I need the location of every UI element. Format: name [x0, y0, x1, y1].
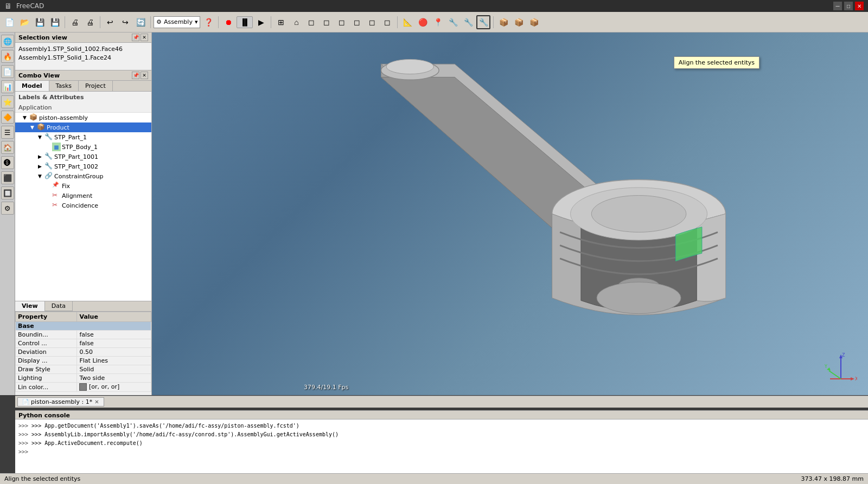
viewport-svg — [152, 33, 868, 395]
stp-part-1002-icon: 🔧 — [44, 162, 53, 171]
sidebar-icon-9[interactable]: 🅢 — [1, 156, 14, 169]
assembly-tool2[interactable]: 📦 — [512, 15, 526, 29]
minimize-button[interactable]: ─ — [833, 2, 842, 10]
tab-view[interactable]: View — [15, 301, 45, 311]
tree-arrow-product[interactable]: ▼ — [30, 125, 37, 130]
new-button[interactable]: 📄 — [2, 15, 16, 29]
prop-val-line-color[interactable]: [or, or, or] — [77, 383, 151, 392]
sidebar-icon-11[interactable]: 🔲 — [1, 186, 14, 199]
view-data-tabs: View Data — [15, 301, 151, 311]
view-home-button[interactable]: ⌂ — [289, 15, 303, 29]
tree-item-coincidence[interactable]: ▼ ✂ Coincidence — [15, 201, 151, 210]
tab-data[interactable]: Data — [45, 301, 73, 311]
tool3-button[interactable]: 🔧 — [446, 15, 460, 29]
prop-val-bounding[interactable]: false — [77, 331, 151, 339]
tree-item-stp-part-1[interactable]: ▼ 🔧 STP_Part_1 — [15, 132, 151, 142]
tool2-button[interactable]: 📍 — [431, 15, 445, 29]
prop-row-draw-style[interactable]: Draw Style Solid — [16, 365, 151, 374]
piston-3d — [381, 59, 725, 315]
tree-item-stp-body-1[interactable]: ▼ ■ STP_Body_1 — [15, 142, 151, 152]
prop-val-control[interactable]: false — [77, 339, 151, 348]
tool4-button[interactable]: 🔧 — [461, 15, 475, 29]
sidebar-icon-4[interactable]: 📊 — [1, 80, 14, 93]
record-button[interactable]: ⏺ — [221, 15, 235, 29]
file-tree: ▼ 📦 piston-assembly ▼ 📦 Product — [15, 112, 151, 301]
maximize-button[interactable]: □ — [844, 2, 853, 10]
tree-arrow-stp-part-1[interactable]: ▼ — [38, 134, 44, 140]
tree-item-fix[interactable]: ▼ 📌 Fix — [15, 181, 151, 191]
view-front-button[interactable]: ◻ — [304, 15, 318, 29]
tree-item-constraint-group[interactable]: ▼ 🔗 ConstraintGroup — [15, 171, 151, 181]
selection-pin-button[interactable]: 📌 — [132, 34, 139, 41]
doc-tab-close[interactable]: ✕ — [94, 399, 99, 405]
sidebar-icon-6[interactable]: 🔶 — [1, 111, 14, 124]
viewport[interactable]: Align the selected entitys 379.4/19.1 Fp… — [152, 33, 868, 395]
prop-val-display[interactable]: Flat Lines — [77, 357, 151, 365]
tab-model[interactable]: Model — [15, 81, 49, 91]
prop-val-lighting[interactable]: Two side — [77, 374, 151, 383]
selection-close-button[interactable]: ✕ — [141, 34, 148, 41]
tab-project[interactable]: Project — [79, 81, 113, 91]
undo-button[interactable]: ↩ — [103, 15, 117, 29]
stop-button[interactable]: ▐▌ — [237, 16, 253, 28]
combo-close-button[interactable]: ✕ — [141, 72, 148, 79]
python-console[interactable]: >>> >>> App.getDocument('Assembly1').sav… — [15, 419, 868, 473]
sidebar-icon-2[interactable]: 🔥 — [1, 50, 14, 63]
doc-tab-piston[interactable]: 📄 piston-assembly : 1* ✕ — [17, 397, 104, 406]
separator-4 — [218, 16, 219, 28]
sidebar-icon-1[interactable]: 🌐 — [1, 35, 14, 48]
tool1-button[interactable]: 🔴 — [416, 15, 430, 29]
saveas-button[interactable]: 💾 — [48, 15, 62, 29]
tree-arrow-constraint-group[interactable]: ▼ — [38, 173, 44, 179]
prop-row-display[interactable]: Display ... Flat Lines — [16, 357, 151, 365]
sidebar-icon-7[interactable]: ☰ — [1, 126, 14, 139]
assembly-tool3[interactable]: 📦 — [527, 15, 541, 29]
print-button[interactable]: 🖨 — [68, 15, 82, 29]
view-left-button[interactable]: ◻ — [350, 15, 364, 29]
statusbar-right: 373.47 x 198.87 mm — [801, 475, 864, 482]
close-button[interactable]: ✕ — [855, 2, 864, 10]
prop-row-bounding[interactable]: Boundin... false — [16, 331, 151, 339]
tree-label-alignment: Alignment — [62, 192, 92, 199]
prop-val-deviation[interactable]: 0.50 — [77, 348, 151, 357]
tree-item-stp-part-1002[interactable]: ▶ 🔧 STP_Part_1002 — [15, 162, 151, 171]
view-all-button[interactable]: ⊞ — [274, 15, 288, 29]
view-bottom-button[interactable]: ◻ — [380, 15, 394, 29]
sidebar-icon-5[interactable]: ⭐ — [1, 95, 14, 108]
workbench-dropdown[interactable]: ⚙ Assembly ▾ — [154, 16, 200, 28]
tree-label-fix: Fix — [62, 183, 70, 190]
play-button[interactable]: ▶ — [254, 15, 268, 29]
combo-pin-button[interactable]: 📌 — [132, 72, 139, 79]
assembly-tool1[interactable]: 📦 — [496, 15, 510, 29]
tree-arrow-piston-assembly[interactable]: ▼ — [23, 115, 29, 120]
tree-item-piston-assembly[interactable]: ▼ 📦 piston-assembly — [15, 113, 151, 122]
sidebar-icon-12[interactable]: ⚙ — [1, 202, 14, 215]
save-button[interactable]: 💾 — [33, 15, 47, 29]
tree-item-product[interactable]: ▼ 📦 Product — [15, 122, 151, 132]
prop-row-control[interactable]: Control ... false — [16, 339, 151, 348]
prop-val-draw-style[interactable]: Solid — [77, 365, 151, 374]
tree-arrow-stp-part-1001[interactable]: ▶ — [38, 154, 44, 159]
tab-tasks[interactable]: Tasks — [49, 81, 79, 91]
printpreview-button[interactable]: 🖨 — [83, 15, 97, 29]
tree-arrow-stp-part-1002[interactable]: ▶ — [38, 164, 44, 169]
prop-row-deviation[interactable]: Deviation 0.50 — [16, 348, 151, 357]
redo-button[interactable]: ↪ — [118, 15, 132, 29]
help-button[interactable]: ❓ — [201, 15, 215, 29]
selection-view-title: Selection view — [18, 34, 67, 41]
tree-item-alignment[interactable]: ▼ ✂ Alignment — [15, 191, 151, 201]
prop-row-line-color[interactable]: Lin color... [or, or, or] — [16, 383, 151, 392]
separator-5 — [271, 16, 271, 28]
open-button[interactable]: 📂 — [17, 15, 31, 29]
sidebar-icon-10[interactable]: ⬛ — [1, 171, 14, 184]
sidebar-icon-8[interactable]: 🏠 — [1, 141, 14, 154]
sidebar-icon-3[interactable]: 📄 — [1, 65, 14, 78]
measure-button[interactable]: 📐 — [400, 15, 414, 29]
tree-item-stp-part-1001[interactable]: ▶ 🔧 STP_Part_1001 — [15, 152, 151, 162]
view-back-button[interactable]: ◻ — [365, 15, 379, 29]
view-top-button[interactable]: ◻ — [320, 15, 334, 29]
view-right-button[interactable]: ◻ — [335, 15, 349, 29]
prop-row-lighting[interactable]: Lighting Two side — [16, 374, 151, 383]
tool5-button[interactable]: 🔧 — [476, 15, 490, 29]
refresh-button[interactable]: 🔄 — [133, 15, 148, 29]
